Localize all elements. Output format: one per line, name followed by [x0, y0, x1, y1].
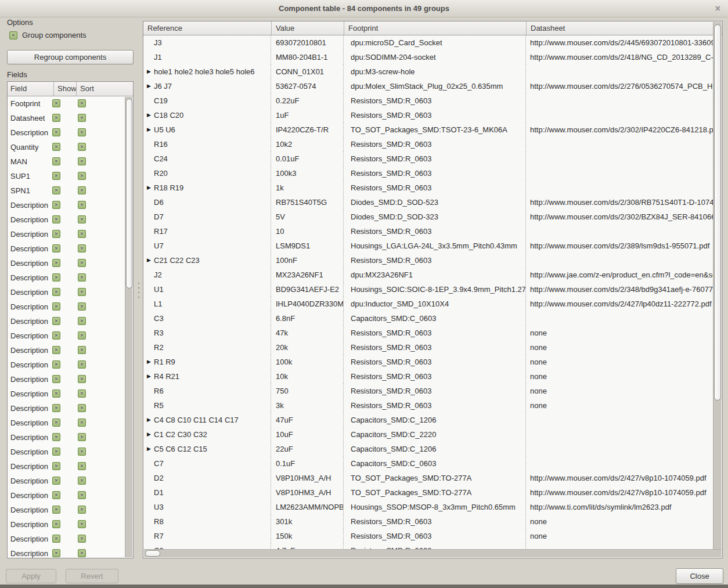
show-checkbox-checked-icon[interactable]: ✕ [52, 360, 60, 369]
component-table-row[interactable]: ▶ R7 150k Resistors_SMD:R_0603 none [143, 529, 713, 543]
show-checkbox-checked-icon[interactable]: ✕ [52, 506, 60, 514]
component-table-row[interactable]: ▶ D6 RB751S40T5G Diodes_SMD:D_SOD-523 ht… [143, 195, 713, 210]
show-checkbox-checked-icon[interactable]: ✕ [52, 462, 60, 470]
component-table-row[interactable]: ▶ C4 C8 C10 C11 C14 C17 47uF Capacitors_… [143, 413, 713, 427]
show-checkbox-checked-icon[interactable]: ✕ [52, 244, 60, 252]
sort-checkbox-checked-icon[interactable]: ✕ [78, 360, 86, 369]
sort-checkbox-checked-icon[interactable]: ✕ [78, 549, 86, 557]
expand-arrow-icon[interactable]: ▶ [147, 181, 151, 195]
show-checkbox-checked-icon[interactable]: ✕ [52, 157, 60, 165]
sort-checkbox-checked-icon[interactable]: ✕ [78, 448, 86, 456]
sort-checkbox-checked-icon[interactable]: ✕ [78, 230, 86, 238]
sort-checkbox-checked-icon[interactable]: ✕ [78, 114, 86, 122]
fields-vertical-scrollbar[interactable] [125, 97, 132, 557]
component-table-row[interactable]: ▶ U1 BD9G341AEFJ-E2 Housings_SOIC:SOIC-8… [143, 282, 713, 297]
component-table-row[interactable]: ▶ D7 5V Diodes_SMD:D_SOD-323 http://www.… [143, 210, 713, 224]
expand-arrow-icon[interactable]: ▶ [147, 413, 151, 427]
component-table-row[interactable]: ▶ C21 C22 C23 100nF Resistors_SMD:R_0603 [143, 253, 713, 268]
checkbox-checked-icon[interactable]: ✕ [9, 31, 17, 39]
sort-checkbox-checked-icon[interactable]: ✕ [78, 186, 86, 194]
component-table-row[interactable]: ▶ R5 3k Resistors_SMD:R_0603 none [143, 398, 713, 413]
sort-checkbox-checked-icon[interactable]: ✕ [78, 273, 86, 282]
show-checkbox-checked-icon[interactable]: ✕ [52, 549, 60, 557]
show-checkbox-checked-icon[interactable]: ✕ [52, 375, 60, 383]
sort-checkbox-checked-icon[interactable]: ✕ [78, 389, 86, 398]
show-checkbox-checked-icon[interactable]: ✕ [52, 448, 60, 456]
expand-arrow-icon[interactable]: ▶ [147, 355, 151, 369]
component-table-row[interactable]: ▶ D1 V8P10HM3_A/H TO_SOT_Packages_SMD:TO… [143, 485, 713, 500]
sort-checkbox-checked-icon[interactable]: ✕ [78, 375, 86, 383]
component-table-row[interactable]: ▶ R18 R19 1k Resistors_SMD:R_0603 [143, 181, 713, 195]
show-checkbox-checked-icon[interactable]: ✕ [52, 419, 60, 427]
sort-checkbox-checked-icon[interactable]: ✕ [78, 404, 86, 412]
close-button[interactable]: Close [676, 568, 723, 584]
component-table-row[interactable]: ▶ R6 750 Resistors_SMD:R_0603 none [143, 384, 713, 398]
component-table-row[interactable]: ▶ R16 10k2 Resistors_SMD:R_0603 [143, 137, 713, 151]
sort-checkbox-checked-icon[interactable]: ✕ [78, 331, 86, 340]
component-table-row[interactable]: ▶ U5 U6 IP4220CZ6-T/R TO_SOT_Packages_SM… [143, 122, 713, 137]
sort-checkbox-checked-icon[interactable]: ✕ [78, 157, 86, 165]
sort-checkbox-checked-icon[interactable]: ✕ [78, 506, 86, 514]
show-checkbox-checked-icon[interactable]: ✕ [52, 317, 60, 325]
component-table-row[interactable]: ▶ L1 IHLP4040DZR330M11 dpu:Inductor_SMD_… [143, 297, 713, 311]
sort-checkbox-checked-icon[interactable]: ✕ [78, 346, 86, 354]
component-table-row[interactable]: ▶ C7 0.1uF Capacitors_SMD:C_0603 [143, 456, 713, 471]
close-icon[interactable]: × [715, 0, 720, 17]
sort-checkbox-checked-icon[interactable]: ✕ [78, 215, 86, 223]
component-table-row[interactable]: ▶ C19 0.22uF Resistors_SMD:R_0603 [143, 93, 713, 108]
show-checkbox-checked-icon[interactable]: ✕ [52, 172, 60, 180]
group-components-option[interactable]: ✕ Group components [9, 31, 87, 39]
sort-checkbox-checked-icon[interactable]: ✕ [78, 302, 86, 311]
sort-checkbox-checked-icon[interactable]: ✕ [78, 244, 86, 252]
header-datasheet[interactable]: Datasheet [526, 21, 713, 35]
sort-checkbox-checked-icon[interactable]: ✕ [78, 201, 86, 209]
show-checkbox-checked-icon[interactable]: ✕ [52, 331, 60, 340]
expand-arrow-icon[interactable]: ▶ [147, 442, 151, 456]
show-checkbox-checked-icon[interactable]: ✕ [52, 433, 60, 441]
component-table-row[interactable]: ▶ D2 V8P10HM3_A/H TO_SOT_Packages_SMD:TO… [143, 471, 713, 485]
show-checkbox-checked-icon[interactable]: ✕ [52, 302, 60, 311]
component-table-row[interactable]: ▶ R3 47k Resistors_SMD:R_0603 none [143, 326, 713, 340]
show-checkbox-checked-icon[interactable]: ✕ [52, 491, 60, 499]
show-checkbox-checked-icon[interactable]: ✕ [52, 288, 60, 296]
sort-checkbox-checked-icon[interactable]: ✕ [78, 99, 86, 107]
show-checkbox-checked-icon[interactable]: ✕ [52, 230, 60, 238]
show-checkbox-checked-icon[interactable]: ✕ [52, 346, 60, 354]
component-table-row[interactable]: ▶ J6 J7 53627-0574 dpu:Molex_SlimStack_P… [143, 79, 713, 93]
show-checkbox-checked-icon[interactable]: ✕ [52, 114, 60, 122]
show-checkbox-checked-icon[interactable]: ✕ [52, 201, 60, 209]
regroup-components-button[interactable]: Regroup components [7, 50, 134, 64]
show-checkbox-checked-icon[interactable]: ✕ [52, 404, 60, 412]
expand-arrow-icon[interactable]: ▶ [147, 369, 151, 384]
show-checkbox-checked-icon[interactable]: ✕ [52, 128, 60, 136]
sort-checkbox-checked-icon[interactable]: ✕ [78, 172, 86, 180]
sort-checkbox-checked-icon[interactable]: ✕ [78, 462, 86, 470]
expand-arrow-icon[interactable]: ▶ [147, 64, 151, 79]
show-checkbox-checked-icon[interactable]: ✕ [52, 273, 60, 282]
fields-scrollbar-thumb[interactable] [126, 99, 132, 288]
show-checkbox-checked-icon[interactable]: ✕ [52, 535, 60, 543]
component-table-row[interactable]: ▶ R8 301k Resistors_SMD:R_0603 none [143, 514, 713, 529]
show-checkbox-checked-icon[interactable]: ✕ [52, 259, 60, 267]
table-vertical-scrollbar-thumb[interactable] [714, 24, 721, 401]
component-table-row[interactable]: ▶ R17 10 Resistors_SMD:R_0603 [143, 224, 713, 239]
table-horizontal-scrollbar[interactable] [144, 549, 722, 557]
show-checkbox-checked-icon[interactable]: ✕ [52, 520, 60, 528]
sort-checkbox-checked-icon[interactable]: ✕ [78, 477, 86, 485]
sort-checkbox-checked-icon[interactable]: ✕ [78, 419, 86, 427]
component-table-row[interactable]: ▶ R20 100k3 Resistors_SMD:R_0603 [143, 166, 713, 181]
component-table-row[interactable]: ▶ R1 R9 100k Resistors_SMD:R_0603 none [143, 355, 713, 369]
expand-arrow-icon[interactable]: ▶ [147, 253, 151, 268]
sort-checkbox-checked-icon[interactable]: ✕ [78, 317, 86, 325]
table-vertical-scrollbar[interactable] [713, 22, 722, 549]
sort-checkbox-checked-icon[interactable]: ✕ [78, 288, 86, 296]
component-table-row[interactable]: ▶ C18 C20 1uF Resistors_SMD:R_0603 [143, 108, 713, 122]
show-checkbox-checked-icon[interactable]: ✕ [52, 186, 60, 194]
sort-checkbox-checked-icon[interactable]: ✕ [78, 128, 86, 136]
component-table-row[interactable]: ▶ hole1 hole2 hole3 hole5 hole6 CONN_01X… [143, 64, 713, 79]
header-value[interactable]: Value [271, 21, 344, 35]
expand-arrow-icon[interactable]: ▶ [147, 108, 151, 122]
table-horizontal-scrollbar-thumb[interactable] [145, 550, 160, 557]
component-table-row[interactable]: ▶ U7 LSM9DS1 Housings_LGA:LGA-24L_3x3.5m… [143, 239, 713, 253]
show-checkbox-checked-icon[interactable]: ✕ [52, 99, 60, 107]
